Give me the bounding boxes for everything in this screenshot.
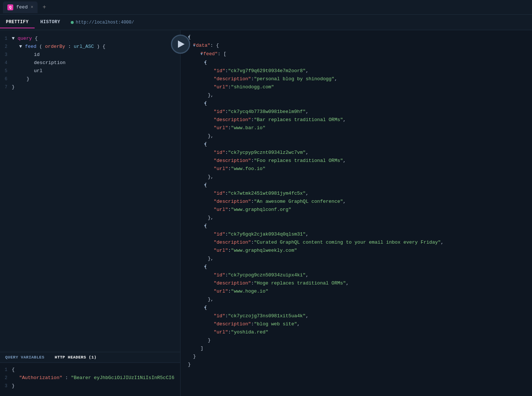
json-item-1-close: },	[181, 132, 532, 140]
json-data-close: }	[181, 353, 532, 361]
json-item-2-description: "description" : "Foo replaces traditiona…	[181, 157, 532, 165]
json-item-6-id: "id" : "ck7yczojg73ns0981xit5ua4k" ,	[181, 312, 532, 320]
editor-line-3: 3 id	[0, 51, 180, 59]
play-icon	[178, 40, 185, 48]
headers-line-2: 2 "Authorization" : "Bearer eyJhbGciOiJI…	[0, 374, 180, 382]
json-item-6-open: ▼ {	[181, 304, 532, 312]
json-item-1-description: "description" : "Bar replaces traditiona…	[181, 116, 532, 124]
json-item-4-id: "id" : "ck7y6gqk2cjak0934q0qlsm31" ,	[181, 230, 532, 238]
json-item-4-description: "description" : "Curated GraphQL content…	[181, 238, 532, 247]
json-feed-items: ▼ { "id" : "ck7vg7f9q629t0934e7m2oor8" ,…	[181, 59, 532, 344]
prettify-button[interactable]: PRETTIFY	[0, 17, 35, 28]
json-item-2-id: "id" : "ck7ycpyp9cznt0934lz2wc7vm" ,	[181, 149, 532, 157]
editor-line-7: 7 }	[0, 83, 180, 91]
tab-close-button[interactable]: ×	[31, 5, 33, 10]
http-headers-tab[interactable]: HTTP HEADERS (1)	[50, 352, 102, 363]
json-item-4-open: ▼ {	[181, 222, 532, 230]
json-item-5-url: "url" : "www.hoge.io"	[181, 287, 532, 296]
result-panel: ▼ { ▼ "data" : { ▼ "feed" : [ ▼ { "id"	[181, 30, 532, 396]
json-root-open: ▼ {	[181, 33, 532, 42]
editor-line-5: 5 url	[0, 67, 180, 75]
json-item-1-url: "url" : "www.bar.io"	[181, 124, 532, 132]
json-item-6-close: }	[181, 336, 532, 344]
json-item-1-open: ▼ {	[181, 99, 532, 108]
bottom-panel: QUERY VARIABLES HTTP HEADERS (1) 1 { 2 "…	[0, 352, 180, 396]
json-item-3-id: "id" : "ck7wtmk2451wt0981jym4fc5x" ,	[181, 190, 532, 198]
editor-panel: 1 ▼ query { 2 ▼ feed ( orderBy : url_ASC…	[0, 30, 181, 396]
json-item-1-id: "id" : "ck7ycq4b7738w0981beelm9hf" ,	[181, 108, 532, 116]
json-item-2-open: ▼ {	[181, 140, 532, 149]
json-item-0-url: "url" : "shinodogg.com"	[181, 83, 532, 91]
json-item-5-description: "description" : "Hoge replaces tradition…	[181, 279, 532, 287]
editor-line-2: 2 ▼ feed ( orderBy : url_ASC ) {	[0, 43, 180, 51]
json-data-key: ▼ "data" : {	[181, 42, 532, 50]
tab-label: feed	[16, 4, 28, 10]
json-item-3-url: "url" : "www.graphqlconf.org"	[181, 206, 532, 214]
json-item-5-open: ▼ {	[181, 263, 532, 271]
json-feed-close: ]	[181, 344, 532, 353]
json-feed-key: ▼ "feed" : [	[181, 50, 532, 59]
editor-line-4: 4 description	[0, 59, 180, 67]
json-item-2-url: "url" : "www.foo.io"	[181, 165, 532, 173]
headers-line-1: 1 {	[0, 366, 180, 374]
json-result: ▼ { ▼ "data" : { ▼ "feed" : [ ▼ { "id"	[181, 33, 532, 369]
url-status-dot	[71, 21, 74, 24]
json-item-4-close: },	[181, 255, 532, 263]
json-item-0-id: "id" : "ck7vg7f9q629t0934e7m2oor8" ,	[181, 67, 532, 75]
editor-line-1: 1 ▼ query {	[0, 35, 180, 43]
json-item-4-url: "url" : "www.graphqlweekly.com"	[181, 247, 532, 255]
http-headers-editor[interactable]: 1 { 2 "Authorization" : "Bearer eyJhbGci…	[0, 363, 180, 396]
toolbar: PRETTIFY HISTORY http://localhost:4000/	[0, 15, 532, 30]
json-item-5-close: },	[181, 296, 532, 304]
json-item-5-id: "id" : "ck7ycpog9czn50934zuipx4ki" ,	[181, 271, 532, 279]
headers-line-3: 3 }	[0, 382, 180, 390]
json-item-6-description: "description" : "blog web site" ,	[181, 320, 532, 328]
json-item-2-close: },	[181, 173, 532, 181]
feed-tab[interactable]: Q feed ×	[3, 1, 38, 13]
url-text: http://localhost:4000/	[76, 20, 134, 25]
main-area: 1 ▼ query { 2 ▼ feed ( orderBy : url_ASC…	[0, 30, 532, 396]
query-editor[interactable]: 1 ▼ query { 2 ▼ feed ( orderBy : url_ASC…	[0, 30, 180, 352]
run-query-button[interactable]	[171, 35, 190, 54]
json-item-6-url: "url" : "yoshida.red"	[181, 328, 532, 336]
bottom-tabs: QUERY VARIABLES HTTP HEADERS (1)	[0, 352, 180, 363]
editor-line-6: 6 }	[0, 75, 180, 83]
history-button[interactable]: HISTORY	[35, 17, 66, 28]
json-item-3-description: "description" : "An awesome GraphQL conf…	[181, 198, 532, 206]
json-item-0-close: },	[181, 91, 532, 99]
new-tab-button[interactable]: +	[39, 2, 49, 13]
json-root-close: }	[181, 361, 532, 369]
json-item-3-open: ▼ {	[181, 181, 532, 190]
json-item-3-close: },	[181, 214, 532, 222]
json-item-0-description: "description" : "personal blog by shinod…	[181, 75, 532, 83]
tab-icon: Q	[7, 4, 13, 10]
query-variables-tab[interactable]: QUERY VARIABLES	[0, 352, 50, 363]
json-item-0-open: ▼ {	[181, 59, 532, 67]
tab-bar: Q feed × +	[0, 0, 532, 15]
url-bar: http://localhost:4000/	[66, 20, 139, 25]
